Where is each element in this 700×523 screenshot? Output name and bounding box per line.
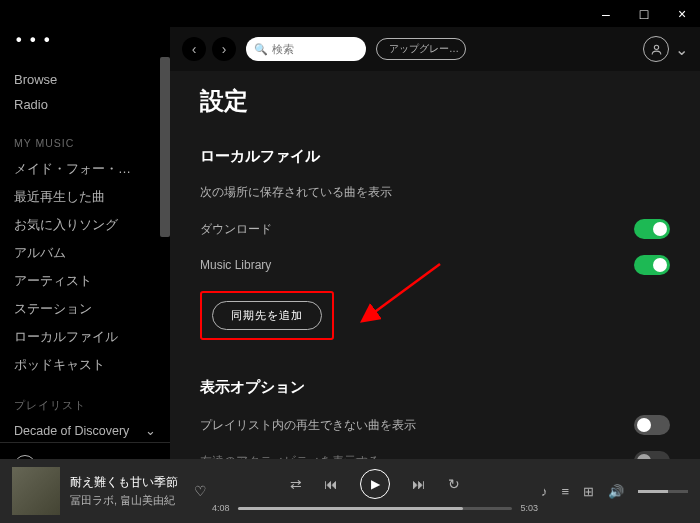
music-library-label: Music Library <box>200 258 271 272</box>
mymusic-albums[interactable]: アルバム <box>14 239 156 267</box>
play-button[interactable]: ▶ <box>360 469 390 499</box>
new-playlist-button[interactable]: + 新規プレイリスト <box>0 442 170 459</box>
like-button[interactable]: ♡ <box>194 483 207 499</box>
repeat-button[interactable]: ↻ <box>448 476 460 492</box>
progress-bar[interactable] <box>238 507 513 510</box>
unavailable-toggle[interactable] <box>634 415 670 435</box>
section-playlists: プレイリスト <box>14 399 156 413</box>
add-source-highlight: 同期先を追加 <box>200 291 334 340</box>
search-input[interactable] <box>272 43 352 55</box>
section-mymusic: MY MUSIC <box>14 137 156 149</box>
playlist-decade[interactable]: Decade of Discovery ⌄ <box>14 419 156 442</box>
user-menu[interactable]: ⌄ <box>643 36 688 62</box>
nav-forward-button[interactable]: › <box>212 37 236 61</box>
mymusic-stations[interactable]: ステーション <box>14 295 156 323</box>
music-library-toggle[interactable] <box>634 255 670 275</box>
mymusic-recent[interactable]: 最近再生した曲 <box>14 183 156 211</box>
sidebar: • • • Browse Radio MY MUSIC メイド・フォー・… 最近… <box>0 27 170 459</box>
mymusic-localfiles[interactable]: ローカルファイル <box>14 323 156 351</box>
search-icon: 🔍 <box>254 43 268 56</box>
user-icon <box>643 36 669 62</box>
window-titlebar: – □ × <box>0 0 700 27</box>
nav-back-button[interactable]: ‹ <box>182 37 206 61</box>
queue-icon[interactable]: ≡ <box>561 484 569 499</box>
svg-point-0 <box>654 45 658 49</box>
mymusic-artists[interactable]: アーティスト <box>14 267 156 295</box>
download-label: ダウンロード <box>200 221 272 238</box>
volume-bar[interactable] <box>638 490 688 493</box>
plus-icon: + <box>14 455 36 459</box>
devices-icon[interactable]: ⊞ <box>583 484 594 499</box>
topbar: ‹ › 🔍 アップグレー… ⌄ <box>170 27 700 71</box>
chevron-down-icon: ⌄ <box>145 423 156 438</box>
upgrade-button[interactable]: アップグレー… <box>376 38 466 60</box>
progress-fill <box>238 507 463 510</box>
chevron-down-icon: ⌄ <box>675 40 688 59</box>
track-title[interactable]: 耐え難くも甘い季節 <box>70 474 178 491</box>
close-button[interactable]: × <box>672 6 692 22</box>
download-toggle[interactable] <box>634 219 670 239</box>
mymusic-madefor[interactable]: メイド・フォー・… <box>14 155 156 183</box>
playlist-label: Decade of Discovery <box>14 424 129 438</box>
minimize-button[interactable]: – <box>596 6 616 22</box>
time-total: 5:03 <box>520 503 538 513</box>
mymusic-liked[interactable]: お気に入りソング <box>14 211 156 239</box>
maximize-button[interactable]: □ <box>634 6 654 22</box>
page-title: 設定 <box>200 85 670 117</box>
mymusic-podcasts[interactable]: ポッドキャスト <box>14 351 156 379</box>
sidebar-scrollbar[interactable] <box>160 57 170 237</box>
nav-browse[interactable]: Browse <box>14 67 156 92</box>
shuffle-button[interactable]: ⇄ <box>290 476 302 492</box>
prev-button[interactable]: ⏮ <box>324 476 338 492</box>
local-files-desc: 次の場所に保存されている曲を表示 <box>200 184 670 201</box>
friend-activity-label: 友達のアクティビティを表示する <box>200 453 380 459</box>
volume-icon[interactable]: 🔊 <box>608 484 624 499</box>
time-elapsed: 4:08 <box>212 503 230 513</box>
unavailable-label: プレイリスト内の再生できない曲を表示 <box>200 417 416 434</box>
player-bar: 耐え難くも甘い季節 冨田ラボ, 畠山美由紀 ♡ ⇄ ⏮ ▶ ⏭ ↻ 4:08 5… <box>0 459 700 523</box>
lyrics-icon[interactable]: ♪ <box>541 484 548 499</box>
new-playlist-label: 新規プレイリスト <box>46 458 150 459</box>
album-art[interactable] <box>12 467 60 515</box>
settings-panel: 設定 ローカルファイル 次の場所に保存されている曲を表示 ダウンロード Musi… <box>170 71 700 459</box>
display-options-header: 表示オプション <box>200 378 670 397</box>
track-artist[interactable]: 冨田ラボ, 畠山美由紀 <box>70 493 178 508</box>
local-files-header: ローカルファイル <box>200 147 670 166</box>
add-source-button[interactable]: 同期先を追加 <box>212 301 322 330</box>
next-button[interactable]: ⏭ <box>412 476 426 492</box>
search-box[interactable]: 🔍 <box>246 37 366 61</box>
volume-fill <box>638 490 668 493</box>
menu-ellipsis[interactable]: • • • <box>16 31 156 49</box>
friend-activity-toggle[interactable] <box>634 451 670 459</box>
nav-radio[interactable]: Radio <box>14 92 156 117</box>
